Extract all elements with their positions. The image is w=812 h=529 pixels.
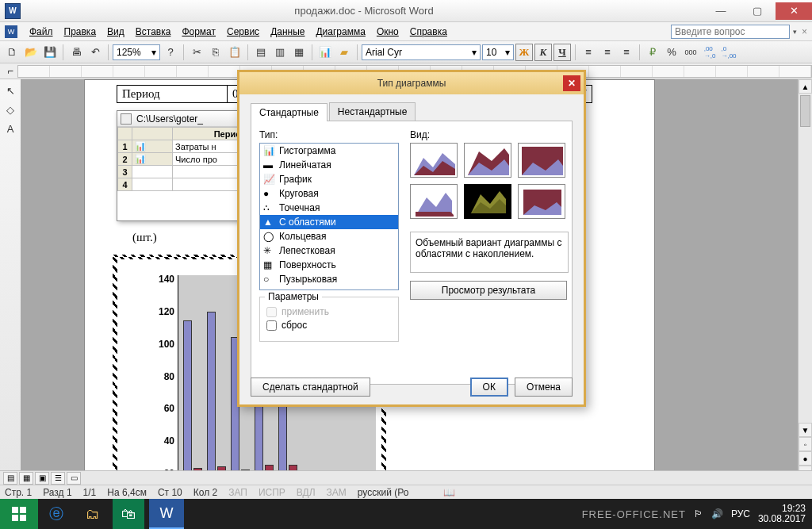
tray-clock[interactable]: 19:2330.08.2017 — [758, 504, 806, 524]
autoshapes-icon[interactable]: ◇ — [2, 102, 18, 117]
thousands-button[interactable]: 000 — [682, 44, 699, 61]
maximize-button[interactable]: ▢ — [739, 2, 776, 20]
prev-page-icon[interactable]: ◦ — [799, 437, 812, 451]
menu-window[interactable]: Окно — [371, 24, 404, 40]
menu-insert[interactable]: Вставка — [130, 24, 177, 40]
tray-flag-icon[interactable]: 🏳 — [694, 508, 703, 519]
tab-standard[interactable]: Стандартные — [251, 103, 327, 121]
explorer-icon[interactable]: 🗂 — [75, 499, 111, 529]
tab-stop-icon[interactable]: ⌐ — [3, 65, 17, 78]
dec-decimal-icon[interactable]: ,0→,00 — [720, 44, 737, 61]
browse-object-icon[interactable]: ● — [799, 451, 812, 466]
copy-icon[interactable]: ⎘ — [207, 44, 224, 61]
preview-button[interactable]: Просмотр результата — [410, 281, 567, 300]
vertical-scrollbar[interactable]: ▲ ▼ ◦ ● ◦ — [798, 79, 812, 480]
ok-button[interactable]: ОК — [470, 378, 508, 397]
type-item-8[interactable]: ▦Поверхность — [260, 258, 398, 272]
text-box-icon[interactable]: A — [2, 121, 18, 136]
save-icon[interactable]: 💾 — [41, 44, 59, 61]
ie-icon[interactable]: ⓔ — [38, 499, 75, 529]
type-item-2[interactable]: 📈График — [260, 172, 398, 186]
normal-view-icon[interactable]: ▤ — [3, 472, 17, 485]
status-ovr: ЗАМ — [327, 487, 347, 498]
scroll-down-icon[interactable]: ▼ — [799, 423, 812, 437]
scroll-up-icon[interactable]: ▲ — [799, 79, 812, 94]
help-question-input[interactable] — [671, 25, 790, 39]
menu-view[interactable]: Вид — [102, 24, 130, 40]
new-icon[interactable]: 🗋 — [3, 44, 21, 61]
scroll-thumb[interactable] — [800, 95, 810, 127]
currency-icon[interactable]: ₽ — [644, 44, 661, 61]
store-icon[interactable]: 🛍 — [113, 499, 144, 529]
make-default-button[interactable]: Сделать стандартной — [251, 378, 370, 397]
type-item-5[interactable]: ▲С областями — [260, 215, 398, 229]
subtype-6[interactable] — [518, 184, 565, 219]
subtype-5-selected[interactable] — [464, 184, 511, 219]
print-view-icon[interactable]: ▣ — [35, 472, 49, 485]
dialog-close-button[interactable]: ✕ — [563, 75, 580, 91]
datasheet-icon[interactable]: ▦ — [290, 44, 308, 61]
chart-type-list[interactable]: 📊Гистограмма▬Линейчатая📈График●Круговая∴… — [259, 143, 399, 290]
tab-custom[interactable]: Нестандартные — [329, 102, 416, 121]
paste-icon[interactable]: 📋 — [226, 44, 243, 61]
type-item-3[interactable]: ●Круговая — [260, 186, 398, 201]
reading-view-icon[interactable]: ▭ — [67, 472, 81, 485]
align-left-icon[interactable]: ≡ — [580, 44, 597, 61]
web-view-icon[interactable]: ▦ — [19, 472, 33, 485]
cut-icon[interactable]: ✂ — [188, 44, 205, 61]
apply-checkbox[interactable]: применить — [266, 306, 392, 317]
align-center-icon[interactable]: ≡ — [599, 44, 616, 61]
help-dropdown-icon[interactable]: ▾ — [793, 28, 797, 36]
bold-button[interactable]: Ж — [515, 44, 533, 61]
menu-format[interactable]: Формат — [176, 24, 221, 40]
reset-checkbox[interactable]: сброс — [266, 320, 392, 331]
start-button[interactable] — [0, 499, 38, 529]
type-item-4[interactable]: ∴Точечная — [260, 201, 398, 215]
type-item-1[interactable]: ▬Линейчатая — [260, 158, 398, 172]
select-arrow-icon[interactable]: ↖ — [2, 82, 18, 98]
spellcheck-icon[interactable]: 📖 — [443, 487, 455, 498]
tray-network-icon[interactable]: 🔊 — [711, 508, 723, 519]
subtype-2[interactable] — [464, 143, 511, 178]
percent-button[interactable]: % — [663, 44, 680, 61]
print-icon[interactable]: 🖶 — [67, 44, 85, 61]
menu-edit[interactable]: Правка — [59, 24, 102, 40]
outline-view-icon[interactable]: ☰ — [51, 472, 65, 485]
taskbar-word-icon[interactable]: W — [149, 499, 184, 529]
chart-type-icon[interactable]: 📊 — [316, 44, 334, 61]
menu-file[interactable]: Файл — [24, 24, 59, 40]
minimize-button[interactable]: — — [703, 2, 739, 20]
type-item-9[interactable]: ○Пузырьковая — [260, 272, 398, 286]
close-button[interactable]: ✕ — [776, 2, 812, 20]
menu-help[interactable]: Справка — [404, 24, 453, 40]
subtype-4[interactable] — [410, 184, 458, 219]
zoom-select[interactable]: 125%▾ — [113, 44, 160, 60]
italic-button[interactable]: К — [534, 44, 552, 61]
undo-icon[interactable]: ↶ — [86, 44, 104, 61]
dialog-titlebar[interactable]: Тип диаграммы ✕ — [239, 72, 584, 94]
type-item-7[interactable]: ✳Лепестковая — [260, 243, 398, 258]
open-icon[interactable]: 📂 — [22, 44, 40, 61]
by-col-icon[interactable]: ▥ — [271, 44, 289, 61]
subtype-1[interactable] — [410, 143, 458, 178]
table-cell-period[interactable]: Период — [117, 86, 228, 103]
status-page: Стр. 1 — [5, 487, 32, 498]
fill-color-icon[interactable]: ▰ — [335, 44, 353, 61]
cancel-button[interactable]: Отмена — [515, 378, 573, 397]
svg-rect-15 — [20, 515, 26, 521]
tray-lang[interactable]: РУС — [731, 508, 750, 519]
menu-tools[interactable]: Сервис — [221, 24, 265, 40]
type-item-6[interactable]: ◯Кольцевая — [260, 229, 398, 243]
type-item-0[interactable]: 📊Гистограмма — [260, 144, 398, 158]
subtype-3[interactable] — [518, 143, 565, 178]
help-icon[interactable]: ? — [162, 44, 179, 61]
window-close-x[interactable]: × — [802, 26, 807, 37]
underline-button[interactable]: Ч — [553, 44, 571, 61]
align-right-icon[interactable]: ≡ — [618, 44, 635, 61]
menu-chart[interactable]: Диаграмма — [310, 24, 370, 40]
font-size-select[interactable]: 10▾ — [482, 44, 514, 60]
font-select[interactable]: Arial Cyr▾ — [362, 44, 481, 60]
menu-data[interactable]: Данные — [265, 24, 310, 40]
by-row-icon[interactable]: ▤ — [252, 44, 270, 61]
inc-decimal-icon[interactable]: ,00→,0 — [701, 44, 718, 61]
